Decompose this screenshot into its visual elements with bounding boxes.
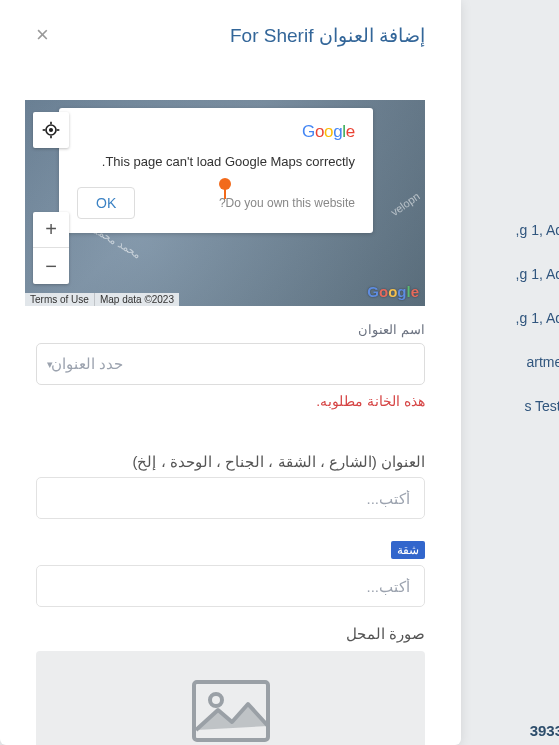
map-attribution: Terms of Use Map data ©2023 [25, 293, 179, 306]
street-address-label: العنوان (الشارع ، الشقة ، الجناح ، الوحد… [36, 453, 425, 471]
bg-row: artment 2255 [527, 354, 560, 370]
address-name-select[interactable]: حدد العنوان ▾ [36, 343, 425, 385]
select-placeholder: حدد العنوان [51, 355, 123, 373]
svg-point-1 [50, 129, 53, 132]
google-watermark: Google [367, 283, 419, 300]
image-upload-box[interactable] [36, 651, 425, 745]
zoom-control: + − [33, 212, 69, 284]
svg-rect-7 [224, 188, 226, 199]
crosshair-icon [41, 120, 61, 140]
terms-link[interactable]: Terms of Use [25, 293, 95, 306]
map-container[interactable]: velopn محمد محمد على Google .This page c… [25, 100, 425, 306]
locate-me-button[interactable] [33, 112, 69, 148]
map-pin-icon [217, 178, 233, 204]
street-address-input[interactable] [36, 477, 425, 519]
apartment-badge: شقة [391, 541, 425, 559]
shop-image-label: صورة المحل [36, 625, 425, 643]
close-button[interactable]: × [36, 22, 49, 48]
bg-row: g 1, Address 1, [516, 222, 559, 238]
map-own-site-text[interactable]: ?Do you own this website [219, 196, 355, 210]
google-brand: Google [77, 122, 355, 142]
chevron-down-icon: ▾ [47, 358, 53, 371]
apartment-label: شقة [36, 541, 425, 559]
image-placeholder-icon [192, 680, 270, 742]
zoom-in-button[interactable]: + [33, 212, 69, 248]
map-error-dialog: Google .This page can't load Google Maps… [59, 108, 373, 233]
add-address-modal: إضافة العنوان For Sherif × velopn محمد م… [0, 0, 461, 745]
address-name-label: اسم العنوان [36, 322, 425, 337]
svg-point-9 [210, 694, 222, 706]
map-data-text: Map data ©2023 [95, 293, 179, 306]
apartment-input[interactable] [36, 565, 425, 607]
bg-row: g 1, Address 1, [516, 266, 559, 282]
zoom-out-button[interactable]: − [33, 248, 69, 284]
upload-container [36, 651, 425, 745]
required-error: هذه الخانة مطلوبه. [36, 393, 425, 409]
bg-row: g 1, Address 1, [516, 310, 559, 326]
map-ok-button[interactable]: OK [77, 187, 135, 219]
bg-number: 3933 [530, 722, 559, 739]
map-error-text: .This page can't load Google Maps correc… [77, 154, 355, 169]
bg-row: s Test, Apartn [524, 398, 559, 414]
modal-title: إضافة العنوان For Sherif [230, 24, 425, 47]
modal-header: إضافة العنوان For Sherif × [36, 0, 425, 60]
